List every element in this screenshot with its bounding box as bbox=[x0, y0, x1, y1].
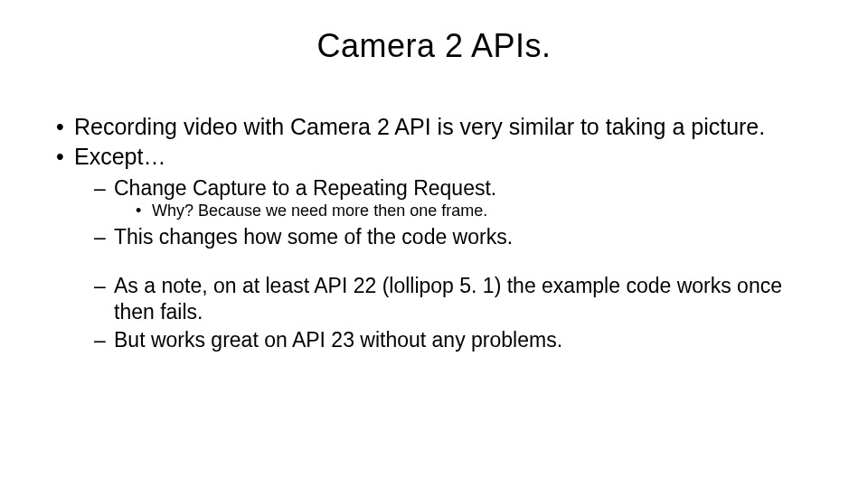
sub-bullet-item: But works great on API 23 without any pr… bbox=[94, 327, 814, 353]
slide-title: Camera 2 APIs. bbox=[0, 27, 868, 65]
bullet-list-level3: Why? Because we need more then one frame… bbox=[114, 201, 814, 221]
slide-body: Recording video with Camera 2 API is ver… bbox=[54, 113, 814, 355]
bullet-text: Except… bbox=[74, 144, 165, 169]
bullet-list-level2: As a note, on at least API 22 (lollipop … bbox=[74, 273, 814, 352]
sub-bullet-item: Change Capture to a Repeating Request. W… bbox=[94, 175, 814, 222]
bullet-item: Except… Change Capture to a Repeating Re… bbox=[54, 143, 814, 352]
sub-bullet-item: As a note, on at least API 22 (lollipop … bbox=[94, 273, 814, 325]
sub-sub-bullet-item: Why? Because we need more then one frame… bbox=[136, 201, 814, 221]
bullet-list-level2: Change Capture to a Repeating Request. W… bbox=[74, 175, 814, 250]
bullet-text: Change Capture to a Repeating Request. bbox=[114, 176, 496, 200]
bullet-list-level1: Recording video with Camera 2 API is ver… bbox=[54, 113, 814, 353]
spacer bbox=[74, 251, 814, 269]
bullet-item: Recording video with Camera 2 API is ver… bbox=[54, 113, 814, 141]
slide: Camera 2 APIs. Recording video with Came… bbox=[0, 0, 868, 488]
sub-bullet-item: This changes how some of the code works. bbox=[94, 224, 814, 250]
